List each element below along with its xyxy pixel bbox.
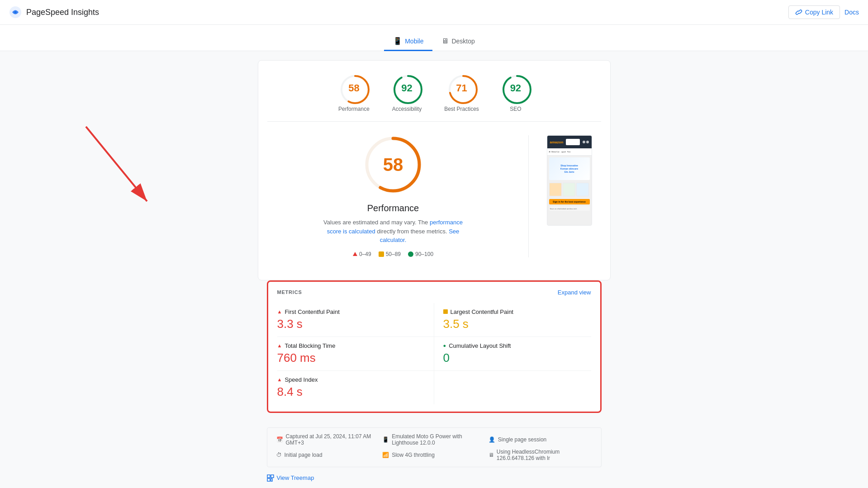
metric-si: ▲ Speed Index 8.4 s bbox=[277, 371, 434, 404]
legend-red-label: 0–49 bbox=[359, 251, 371, 257]
ss-product-2 bbox=[563, 183, 575, 196]
capture-row-5: 👤 Single page session bbox=[489, 433, 592, 446]
performance-label: Performance bbox=[338, 106, 370, 112]
calendar-icon: 📅 bbox=[276, 436, 283, 443]
score-best-practices: 71 Best Practices bbox=[444, 74, 479, 112]
header: PageSpeed Insights Copy Link Docs bbox=[0, 0, 868, 25]
scores-card: 58 Performance 92 Accessibility bbox=[258, 60, 611, 280]
ss-products bbox=[547, 182, 592, 197]
performance-score: 58 bbox=[348, 82, 359, 94]
ss-icon2 bbox=[586, 141, 589, 143]
fcp-value: 3.3 s bbox=[277, 317, 425, 331]
capture-row-3: 📱 Emulated Moto G Power with Lighthouse … bbox=[382, 433, 486, 446]
capture-throttle: Slow 4G throttling bbox=[392, 452, 435, 458]
mobile-icon: 📱 bbox=[393, 37, 402, 45]
tbt-value: 760 ms bbox=[277, 351, 425, 365]
big-performance-score: 58 bbox=[383, 155, 403, 175]
metrics-header: METRICS Expand view bbox=[277, 289, 591, 296]
main-content: 58 Performance 92 Accessibility bbox=[258, 51, 611, 488]
accessibility-score: 92 bbox=[401, 82, 412, 94]
docs-link[interactable]: Docs bbox=[844, 9, 859, 16]
cls-icon: ● bbox=[443, 343, 446, 348]
capture-session: Single page session bbox=[498, 436, 546, 443]
perf-screenshot: amazon All Medical Care ..apparel Prime bbox=[547, 135, 592, 226]
tab-desktop[interactable]: 🖥 Desktop bbox=[432, 32, 484, 51]
capture-row-2: ⏱ Initial page load bbox=[276, 449, 380, 461]
copy-link-button[interactable]: Copy Link bbox=[788, 5, 840, 19]
ss-product-1 bbox=[549, 183, 562, 196]
seo-score: 92 bbox=[510, 82, 521, 94]
perf-description: Values are estimated and may vary. The p… bbox=[321, 218, 465, 245]
tbt-label-row: ▲ Total Blocking Time bbox=[277, 342, 425, 349]
svg-rect-11 bbox=[267, 475, 270, 478]
performance-circle: 58 bbox=[340, 74, 368, 102]
svg-line-16 bbox=[86, 127, 147, 201]
tabs-container: 📱 Mobile 🖥 Desktop bbox=[0, 25, 868, 51]
tab-mobile[interactable]: 📱 Mobile bbox=[384, 32, 432, 51]
ss-icons bbox=[583, 141, 589, 143]
ss-hero: Shop InnovativeKorean skincareGlo Jarto bbox=[549, 157, 590, 180]
ss-icon1 bbox=[583, 141, 585, 143]
metric-cls: ● Cumulative Layout Shift 0 bbox=[434, 337, 591, 371]
screenshot-content: amazon All Medical Care ..apparel Prime bbox=[547, 136, 592, 225]
expand-view-btn[interactable]: Expand view bbox=[558, 289, 591, 296]
copy-link-label: Copy Link bbox=[805, 9, 833, 16]
capture-load: Initial page load bbox=[285, 452, 323, 458]
legend-orange: 50–89 bbox=[379, 251, 401, 257]
ss-nav: All Medical Care ..apparel Prime bbox=[547, 148, 592, 156]
metrics-section: METRICS Expand view ▲ First Contentful P… bbox=[258, 280, 611, 427]
clock-icon: ⏱ bbox=[276, 452, 282, 458]
big-performance-circle: 58 bbox=[364, 135, 422, 194]
cls-label: Cumulative Layout Shift bbox=[449, 342, 511, 349]
legend-green-label: 90–100 bbox=[415, 251, 433, 257]
pagespeed-logo bbox=[9, 6, 22, 19]
ss-cta: Sign in for the best experience bbox=[549, 199, 590, 204]
treemap-icon bbox=[267, 474, 274, 482]
ss-footer: Save on refurbished wireless tech bbox=[549, 206, 590, 211]
triangle-icon bbox=[353, 252, 357, 256]
cls-value: 0 bbox=[443, 351, 591, 365]
accessibility-label: Accessibility bbox=[392, 106, 422, 112]
header-right: Copy Link Docs bbox=[788, 5, 859, 19]
score-accessibility: 92 Accessibility bbox=[392, 74, 422, 112]
ss-product-3 bbox=[576, 183, 589, 196]
si-value: 8.4 s bbox=[277, 385, 425, 399]
si-label: Speed Index bbox=[285, 376, 318, 383]
circle-icon bbox=[408, 251, 413, 257]
metrics-title: METRICS bbox=[277, 289, 302, 295]
lcp-value: 3.5 s bbox=[443, 317, 591, 331]
legend-green: 90–100 bbox=[408, 251, 433, 257]
fcp-label: First Contentful Paint bbox=[285, 308, 339, 315]
treemap-section: View Treemap bbox=[258, 474, 611, 488]
capture-date: Captured at Jul 25, 2024, 11:07 AM GMT+3 bbox=[286, 433, 380, 446]
header-left: PageSpeed Insights bbox=[9, 6, 99, 19]
fcp-icon: ▲ bbox=[277, 309, 282, 314]
metrics-grid: ▲ First Contentful Paint 3.3 s Largest C… bbox=[277, 303, 591, 404]
capture-row-6: 🖥 Using HeadlessChromium 126.0.6478.126 … bbox=[489, 449, 592, 461]
tab-mobile-label: Mobile bbox=[405, 38, 423, 45]
score-seo: 92 SEO bbox=[502, 74, 530, 112]
capture-info: 📅 Captured at Jul 25, 2024, 11:07 AM GMT… bbox=[267, 427, 602, 467]
svg-rect-12 bbox=[271, 475, 274, 478]
treemap-label: View Treemap bbox=[277, 474, 314, 481]
lcp-label-row: Largest Contentful Paint bbox=[443, 308, 591, 315]
tbt-icon: ▲ bbox=[277, 343, 282, 348]
ss-nav-text: All Medical Care ..apparel Prime bbox=[549, 151, 571, 153]
performance-detail: 58 Performance Values are estimated and … bbox=[267, 122, 601, 271]
ss-hero-text: Shop InnovativeKorean skincareGlo Jarto bbox=[560, 164, 578, 174]
perf-desc-text1: Values are estimated and may vary. The bbox=[323, 219, 430, 226]
view-treemap-button[interactable]: View Treemap bbox=[267, 474, 314, 482]
desktop-icon: 🖥 bbox=[441, 37, 449, 45]
si-label-row: ▲ Speed Index bbox=[277, 376, 425, 383]
vertical-divider bbox=[528, 135, 529, 257]
lcp-icon bbox=[443, 309, 448, 314]
ss-top-bar: amazon bbox=[547, 136, 592, 148]
score-performance: 58 Performance bbox=[338, 74, 370, 112]
link-icon bbox=[795, 9, 802, 16]
tab-desktop-label: Desktop bbox=[451, 38, 474, 45]
capture-browser: Using HeadlessChromium 126.0.6478.126 wi… bbox=[497, 449, 592, 461]
capture-row-4: 📶 Slow 4G throttling bbox=[382, 449, 486, 461]
perf-left: 58 Performance Values are estimated and … bbox=[276, 135, 510, 257]
capture-device: Emulated Moto G Power with Lighthouse 12… bbox=[392, 433, 486, 446]
lcp-label: Largest Contentful Paint bbox=[451, 308, 513, 315]
